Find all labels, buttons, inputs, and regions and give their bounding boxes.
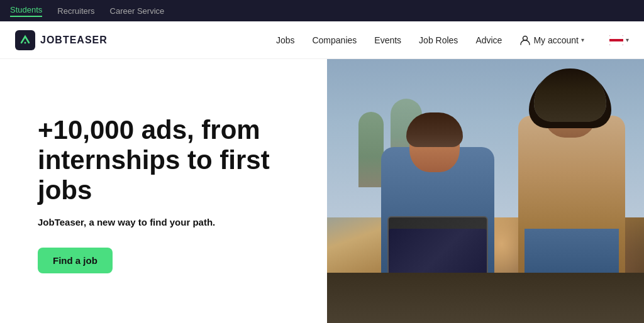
user-icon <box>519 35 531 46</box>
hero-section: +10,000 ads, from internships to first j… <box>0 59 644 323</box>
topbar-item-students[interactable]: Students <box>10 5 42 17</box>
topbar-item-recruiters[interactable]: Recruiters <box>57 6 94 16</box>
nav-link-advice[interactable]: Advice <box>475 35 502 45</box>
hero-subtitle: JobTeaser, a new way to find your path. <box>38 217 289 227</box>
hero-title: +10,000 ads, from internships to first j… <box>38 115 289 206</box>
hero-image <box>327 59 644 323</box>
main-nav: JOBTEASER Jobs Companies Events Job Role… <box>0 21 644 59</box>
language-selector[interactable]: ▾ <box>609 35 629 45</box>
find-job-button[interactable]: Find a job <box>38 248 113 273</box>
top-bar: Students Recruiters Career Service <box>0 0 644 21</box>
nav-link-companies[interactable]: Companies <box>312 35 357 45</box>
lang-chevron-icon: ▾ <box>626 36 629 43</box>
logo[interactable]: JOBTEASER <box>15 30 108 50</box>
nav-links: Jobs Companies Events Job Roles Advice M… <box>276 35 629 46</box>
account-chevron-icon: ▾ <box>581 36 584 43</box>
nav-link-jobs[interactable]: Jobs <box>276 35 295 45</box>
nav-link-job-roles[interactable]: Job Roles <box>419 35 458 45</box>
flag-uk-icon <box>609 35 623 45</box>
topbar-item-career-service[interactable]: Career Service <box>110 6 165 16</box>
logo-text: JOBTEASER <box>40 35 108 46</box>
hero-content: +10,000 ads, from internships to first j… <box>0 59 327 323</box>
account-menu[interactable]: My account ▾ <box>519 35 584 46</box>
svg-point-1 <box>25 41 26 43</box>
account-label: My account <box>533 35 579 45</box>
logo-icon <box>15 30 35 50</box>
nav-link-events[interactable]: Events <box>374 35 401 45</box>
